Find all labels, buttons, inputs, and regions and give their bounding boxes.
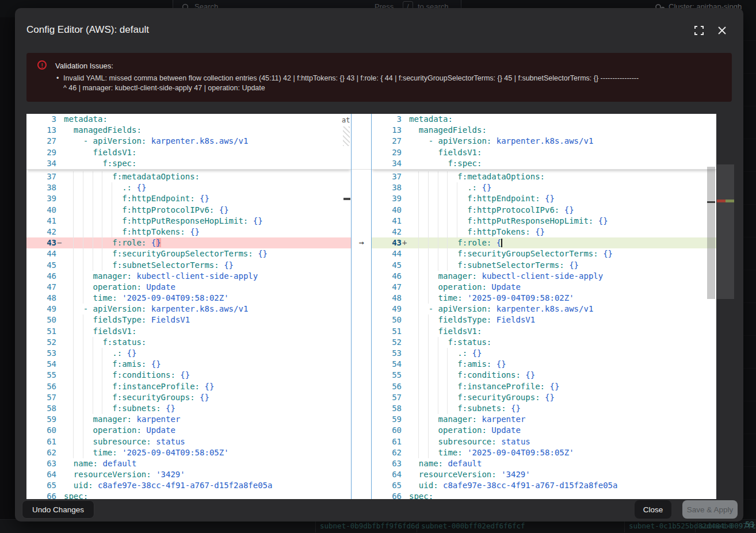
code-line[interactable]: 43− f:role: {} — [26, 237, 351, 248]
yaml-key[interactable]: .: — [467, 183, 477, 192]
code-line[interactable]: 63 name: default — [372, 458, 716, 469]
yaml-key[interactable]: f:role: — [112, 238, 146, 247]
line-number[interactable]: 62 — [26, 447, 56, 458]
yaml-key[interactable]: f:instanceProfile: — [457, 382, 545, 391]
line-number[interactable]: 47 — [26, 282, 56, 293]
indent-whitespace[interactable] — [409, 437, 438, 446]
indent-whitespace[interactable] — [64, 415, 93, 424]
yaml-key[interactable]: resourceVersion: — [74, 470, 151, 479]
yaml-value[interactable]: karpenter — [482, 415, 525, 424]
code-line[interactable]: 48 time: '2025-09-04T09:58:02Z' — [372, 293, 716, 304]
code-line[interactable]: 55 f:conditions: {} — [372, 370, 716, 381]
code-line[interactable]: 48 time: '2025-09-04T09:58:02Z' — [26, 293, 351, 304]
yaml-value[interactable]: c8afe97e-38cc-4f91-a767-d15f2a8fe05a — [98, 481, 272, 490]
line-number[interactable]: 45 — [26, 260, 56, 271]
yaml-key[interactable]: apiVersion: — [438, 136, 492, 145]
line-number[interactable]: 29 — [26, 147, 56, 158]
code-line[interactable]: 56 f:instanceProfile: {} — [26, 381, 351, 392]
indent-whitespace[interactable] — [64, 404, 112, 413]
yaml-value[interactable]: karpenter — [136, 415, 180, 424]
line-text[interactable]: f:status: — [64, 337, 351, 348]
code-line[interactable]: 50 fieldsType: FieldsV1 — [26, 315, 351, 325]
line-number[interactable]: 57 — [26, 392, 56, 403]
line-number[interactable]: 53 — [26, 348, 56, 359]
sticky-line[interactable]: 13 managedFields: — [372, 125, 716, 136]
code-line[interactable]: 59 manager: karpenter — [372, 414, 716, 425]
indent-whitespace[interactable] — [64, 393, 112, 402]
line-number[interactable]: 45 — [372, 260, 402, 271]
indent-whitespace[interactable] — [409, 293, 438, 302]
code-line[interactable]: 66spec: — [26, 491, 351, 499]
space[interactable] — [117, 293, 122, 302]
yaml-value[interactable]: {} — [603, 249, 613, 258]
space[interactable] — [540, 393, 545, 402]
line-text[interactable]: .: {} — [409, 348, 716, 359]
yaml-value[interactable]: karpenter.k8s.aws/v1 — [151, 136, 249, 145]
space[interactable] — [146, 136, 151, 145]
sticky-line[interactable]: 29 fieldsV1: — [372, 147, 716, 158]
yaml-key[interactable]: operation: — [438, 425, 487, 435]
line-text[interactable]: f:conditions: {} — [409, 370, 716, 381]
yaml-key[interactable]: operation: — [438, 282, 487, 292]
space[interactable] — [491, 359, 496, 369]
undo-changes-button[interactable]: Undo Changes — [22, 500, 94, 519]
line-text[interactable]: metadata: — [409, 114, 716, 125]
yaml-key[interactable]: f:subnets: — [457, 404, 506, 413]
yaml-value[interactable]: karpenter.k8s.aws/v1 — [151, 304, 249, 313]
indent-whitespace[interactable] — [409, 470, 419, 479]
indent-whitespace[interactable] — [409, 136, 429, 145]
vertical-scrollbar[interactable] — [707, 167, 715, 299]
line-number[interactable]: 66 — [372, 491, 402, 499]
space[interactable] — [219, 260, 224, 270]
yaml-key[interactable]: manager: — [438, 415, 477, 424]
line-number[interactable]: 43 — [372, 237, 402, 248]
sticky-line[interactable]: 34 f:spec: — [372, 158, 716, 169]
yaml-key[interactable]: f:httpTokens: — [122, 227, 185, 236]
line-text[interactable]: fieldsType: FieldsV1 — [64, 315, 351, 325]
code-line[interactable]: 62 time: '2025-09-04T09:58:05Z' — [372, 447, 716, 458]
line-text[interactable]: operation: Update — [409, 282, 716, 293]
sticky-line[interactable]: 13 managedFields: — [26, 125, 351, 136]
sticky-line[interactable]: 29 fieldsV1: — [26, 147, 351, 158]
indent-whitespace[interactable] — [64, 425, 93, 435]
line-text[interactable]: f:role: {} — [64, 237, 351, 248]
yaml-value[interactable]: {} — [549, 382, 559, 391]
yaml-key[interactable]: f:spec: — [102, 159, 136, 168]
yaml-value[interactable]: {} — [535, 227, 545, 236]
sticky-line[interactable]: 3metadata: — [372, 114, 716, 125]
line-number[interactable]: 3 — [26, 114, 56, 125]
code-line[interactable]: 54 f:amis: {} — [26, 359, 351, 370]
code-line[interactable]: 62 time: '2025-09-04T09:58:05Z' — [26, 447, 351, 458]
code-line[interactable]: 56 f:instanceProfile: {} — [372, 381, 716, 392]
space[interactable] — [559, 205, 564, 214]
code-line[interactable]: 61 subresource: status — [372, 436, 716, 447]
line-text[interactable]: - apiVersion: karpenter.k8s.aws/v1 — [409, 136, 716, 147]
yaml-value[interactable]: '3429' — [156, 470, 185, 479]
line-text[interactable]: subresource: status — [409, 436, 716, 447]
yaml-key[interactable]: fieldsV1: — [93, 148, 137, 157]
yaml-value[interactable]: {} — [598, 216, 608, 225]
space[interactable] — [122, 348, 127, 358]
indent-whitespace[interactable] — [409, 338, 448, 347]
indent-whitespace[interactable] — [64, 159, 102, 168]
line-text[interactable]: operation: Update — [64, 425, 351, 436]
indent-whitespace[interactable] — [409, 348, 457, 358]
line-number[interactable]: 51 — [372, 326, 402, 337]
line-text[interactable]: f:metadataOptions: — [64, 171, 351, 182]
indent-whitespace[interactable] — [64, 282, 93, 292]
yaml-key[interactable]: time: — [93, 293, 117, 302]
code-line[interactable]: 66spec: — [372, 491, 716, 499]
code-line[interactable]: 61 subresource: status — [26, 436, 351, 447]
yaml-value[interactable]: {} — [482, 183, 491, 192]
line-text[interactable]: time: '2025-09-04T09:58:02Z' — [64, 293, 351, 304]
line-number[interactable]: 50 — [372, 315, 402, 325]
indent-whitespace[interactable] — [409, 448, 438, 457]
line-text[interactable]: .: {} — [409, 182, 716, 193]
code-line[interactable]: 42 f:httpTokens: {} — [26, 227, 351, 237]
yaml-key[interactable]: fieldsV1: — [438, 148, 482, 157]
line-text[interactable]: manager: karpenter — [409, 414, 716, 425]
space[interactable] — [438, 481, 443, 490]
line-number[interactable]: 61 — [372, 436, 402, 447]
line-number[interactable]: 63 — [26, 458, 56, 469]
yaml-value[interactable]: status — [156, 437, 185, 446]
